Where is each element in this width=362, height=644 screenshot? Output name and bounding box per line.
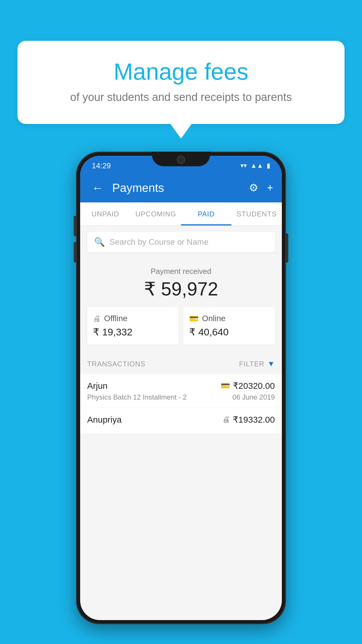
bubble-subtitle: of your students and send receipts to pa… <box>41 91 321 104</box>
volume-down-button <box>74 242 76 262</box>
tabs-bar: UNPAID UPCOMING PAID STUDENTS <box>80 202 282 226</box>
offline-amount: ₹ 19,332 <box>93 326 173 338</box>
app-bar-icons: ⚙ + <box>249 182 273 194</box>
front-camera <box>177 156 185 164</box>
wifi-icon: ▾▾ <box>240 162 247 169</box>
online-amount: ₹ 40,640 <box>189 326 269 338</box>
power-button <box>286 233 288 262</box>
search-icon: 🔍 <box>94 237 105 247</box>
add-button[interactable]: + <box>267 182 273 194</box>
transaction-row-anupriya[interactable]: Anupriya 🖨 ₹19332.00 <box>80 408 282 434</box>
transaction-row[interactable]: Arjun 💳 ₹20320.00 Physics Batch 12 Insta… <box>80 374 282 408</box>
back-button[interactable]: ← <box>89 178 106 197</box>
online-payment-card: 💳 Online ₹ 40,640 <box>183 307 275 345</box>
bubble-title: Manage fees <box>41 58 321 85</box>
app-title: Payments <box>112 181 243 195</box>
date-arjun: 06 June 2019 <box>233 393 275 401</box>
search-section: 🔍 Search by Course or Name <box>80 226 282 258</box>
search-placeholder: Search by Course or Name <box>110 237 208 247</box>
transaction-name-anupriya: Anupriya <box>87 415 122 425</box>
phone-screen: 14:29 ▾▾ ▲▲ ▮ ← Payments ⚙ + UNPAID <box>80 156 282 620</box>
speech-bubble-section: Manage fees of your students and send re… <box>17 41 345 124</box>
transaction-top-anupriya: Anupriya 🖨 ₹19332.00 <box>87 414 275 425</box>
transaction-top-arjun: Arjun 💳 ₹20320.00 <box>87 381 275 391</box>
volume-up-button <box>74 216 76 236</box>
transactions-list: Arjun 💳 ₹20320.00 Physics Batch 12 Insta… <box>80 374 282 434</box>
offline-card-header: 🖨 Offline <box>93 314 173 323</box>
tab-paid[interactable]: PAID <box>181 202 231 225</box>
phone-body: 14:29 ▾▾ ▲▲ ▮ ← Payments ⚙ + UNPAID <box>76 152 286 624</box>
speech-bubble: Manage fees of your students and send re… <box>17 41 345 124</box>
amount-wrap-arjun: 💳 ₹20320.00 <box>221 381 275 391</box>
online-icon: 💳 <box>189 314 198 323</box>
card-payment-icon: 💳 <box>221 381 230 390</box>
offline-payment-icon: 🖨 <box>222 415 230 424</box>
status-time: 14:29 <box>92 161 111 170</box>
online-label: Online <box>202 314 226 323</box>
signal-icon: ▲▲ <box>250 162 263 169</box>
online-card-header: 💳 Online <box>189 314 269 323</box>
transaction-bottom-arjun: Physics Batch 12 Installment - 2 06 June… <box>87 393 275 401</box>
course-arjun: Physics Batch 12 Installment - 2 <box>87 393 187 401</box>
tab-unpaid[interactable]: UNPAID <box>80 202 131 225</box>
filter-container[interactable]: FILTER ▼ <box>239 359 275 368</box>
phone-mockup: 14:29 ▾▾ ▲▲ ▮ ← Payments ⚙ + UNPAID <box>76 152 286 624</box>
amount-arjun: ₹20320.00 <box>233 381 275 391</box>
app-bar: ← Payments ⚙ + <box>80 173 282 202</box>
transaction-name-arjun: Arjun <box>87 381 108 391</box>
search-bar[interactable]: 🔍 Search by Course or Name <box>87 232 275 252</box>
battery-icon: ▮ <box>267 162 270 169</box>
offline-label: Offline <box>104 314 127 323</box>
transactions-header: TRANSACTIONS FILTER ▼ <box>80 354 282 374</box>
offline-payment-card: 🖨 Offline ₹ 19,332 <box>87 307 179 345</box>
tab-students[interactable]: STUDENTS <box>231 202 282 225</box>
transactions-label: TRANSACTIONS <box>87 360 145 368</box>
settings-icon[interactable]: ⚙ <box>249 182 258 194</box>
status-icons: ▾▾ ▲▲ ▮ <box>240 162 270 169</box>
tab-upcoming[interactable]: UPCOMING <box>131 202 181 225</box>
offline-icon: 🖨 <box>93 314 101 323</box>
phone-notch <box>152 152 210 166</box>
payment-summary: Payment received ₹ 59,972 🖨 Offline ₹ 19… <box>80 258 282 354</box>
filter-label: FILTER <box>239 360 264 368</box>
payment-cards: 🖨 Offline ₹ 19,332 💳 Online ₹ 40,640 <box>87 307 275 345</box>
total-payment-amount: ₹ 59,972 <box>87 278 275 300</box>
amount-wrap-anupriya: 🖨 ₹19332.00 <box>222 414 275 425</box>
filter-icon: ▼ <box>267 359 275 368</box>
payment-received-label: Payment received <box>87 267 275 276</box>
amount-anupriya: ₹19332.00 <box>233 414 275 425</box>
